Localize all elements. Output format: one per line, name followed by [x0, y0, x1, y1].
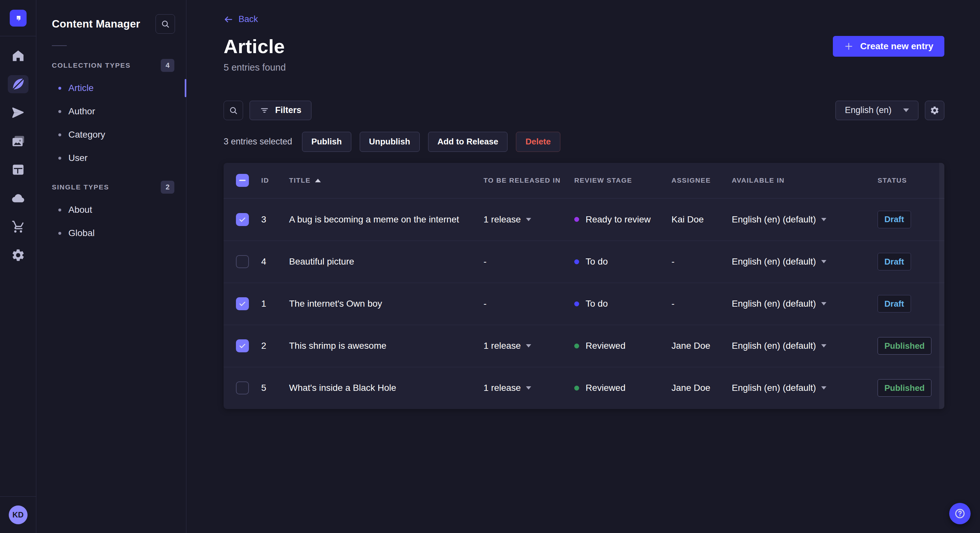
locale-caret	[821, 344, 826, 347]
view-settings-button[interactable]	[925, 101, 944, 120]
sidebar-item-label: About	[68, 205, 92, 215]
row-checkbox[interactable]	[236, 255, 249, 268]
cell-status: Published	[878, 337, 932, 355]
filters-label: Filters	[275, 105, 301, 115]
cell-release[interactable]: 1 release	[484, 341, 574, 351]
table-row[interactable]: 5 What's inside a Black Hole 1 release R…	[224, 367, 944, 409]
column-header-to-be-released-in[interactable]: To be released in	[484, 176, 574, 184]
cell-id: 5	[261, 383, 289, 393]
cell-release[interactable]: -	[484, 257, 574, 267]
row-checkbox[interactable]	[236, 297, 249, 310]
cell-available-in[interactable]: English (en) (default)	[732, 341, 878, 351]
question-mark-icon	[954, 508, 966, 519]
cell-review-stage: To do	[574, 298, 671, 309]
status-badge: Published	[878, 379, 931, 397]
stage-dot	[574, 217, 579, 222]
sidebar-item-user[interactable]: User	[36, 146, 186, 170]
cell-review-stage: Reviewed	[574, 383, 671, 393]
table-row[interactable]: 3 A bug is becoming a meme on the intern…	[224, 198, 944, 241]
sidebar-item-global[interactable]: Global	[36, 222, 186, 245]
locale-select[interactable]: English (en)	[835, 101, 918, 120]
locale-caret	[821, 218, 826, 221]
chevron-down-icon	[903, 108, 909, 112]
stage-dot	[574, 301, 579, 306]
sidebar-item-label: Article	[68, 83, 94, 93]
releases-send-icon[interactable]	[8, 104, 29, 122]
cell-available-in[interactable]: English (en) (default)	[732, 257, 878, 267]
select-all-checkbox[interactable]	[236, 174, 249, 187]
cell-status: Published	[878, 379, 932, 397]
cell-id: 3	[261, 214, 289, 225]
media-library-icon[interactable]	[8, 132, 29, 150]
cell-assignee: -	[671, 298, 732, 309]
cell-assignee: Kai Doe	[671, 214, 732, 225]
row-checkbox[interactable]	[236, 381, 249, 394]
delete-button[interactable]: Delete	[516, 132, 560, 152]
main-content: Back Article Create new entry 5 entries …	[186, 0, 980, 533]
column-header-title[interactable]: Title	[289, 176, 484, 184]
main-nav-rail: KD	[0, 0, 36, 533]
column-header-status[interactable]: Status	[878, 176, 932, 184]
cell-status: Draft	[878, 295, 932, 313]
settings-gear-icon[interactable]	[8, 246, 29, 264]
cell-available-in[interactable]: English (en) (default)	[732, 214, 878, 225]
row-checkbox[interactable]	[236, 213, 249, 226]
bullet-icon	[58, 87, 61, 90]
sidebar-item-category[interactable]: Category	[36, 123, 186, 146]
column-header-assignee[interactable]: Assignee	[671, 176, 732, 184]
bullet-icon	[58, 209, 61, 211]
subnav-title: Content Manager	[52, 18, 140, 30]
content-manager-feather-icon[interactable]	[8, 75, 29, 93]
bullet-icon	[58, 232, 61, 235]
deploy-cloud-icon[interactable]	[8, 189, 29, 207]
table-row[interactable]: 1 The internet's Own boy - To do - Engli…	[224, 283, 944, 325]
create-new-entry-button[interactable]: Create new entry	[833, 36, 944, 57]
cell-review-stage: Ready to review	[574, 214, 671, 225]
gear-icon	[930, 106, 940, 115]
row-checkbox[interactable]	[236, 339, 249, 352]
stage-dot	[574, 385, 579, 390]
rail-icon-list	[8, 47, 29, 497]
user-section: KD	[0, 497, 36, 533]
bullet-icon	[58, 110, 61, 113]
sidebar-item-about[interactable]: About	[36, 198, 186, 222]
bullet-icon	[58, 133, 61, 136]
cell-id: 2	[261, 341, 289, 351]
unpublish-button[interactable]: Unpublish	[360, 132, 420, 152]
help-button[interactable]	[949, 503, 970, 524]
locale-caret	[821, 260, 826, 263]
workspace-logo[interactable]	[0, 0, 36, 36]
cell-id: 1	[261, 298, 289, 309]
cell-available-in[interactable]: English (en) (default)	[732, 298, 878, 309]
cell-release[interactable]: -	[484, 298, 574, 309]
sidebar-item-author[interactable]: Author	[36, 100, 186, 123]
sidebar-item-label: Global	[68, 228, 95, 238]
column-header-review-stage[interactable]: Review stage	[574, 176, 671, 184]
cell-available-in[interactable]: English (en) (default)	[732, 383, 878, 393]
table-row[interactable]: 4 Beautiful picture - To do - English (e…	[224, 241, 944, 283]
content-type-builder-icon[interactable]	[8, 160, 29, 179]
filters-button[interactable]: Filters	[250, 101, 312, 120]
sidebar-item-article[interactable]: Article	[36, 76, 186, 100]
marketplace-cart-icon[interactable]	[8, 217, 29, 236]
home-icon[interactable]	[8, 47, 29, 65]
add-to-release-button[interactable]: Add to Release	[428, 132, 508, 152]
user-avatar[interactable]: KD	[9, 506, 27, 524]
status-badge: Draft	[878, 253, 911, 270]
publish-button[interactable]: Publish	[302, 132, 351, 152]
search-icon	[161, 19, 170, 29]
entries-table: ID Title To be released in Review stage …	[224, 163, 944, 409]
bullet-icon	[58, 157, 61, 160]
content-manager-subnav: Content Manager Collection Types 4 Artic…	[36, 0, 186, 533]
cell-title: This shrimp is awesome	[289, 341, 484, 351]
cell-release[interactable]: 1 release	[484, 214, 574, 225]
back-link[interactable]: Back	[224, 14, 258, 24]
subnav-search-button[interactable]	[156, 14, 175, 34]
check-icon	[238, 342, 247, 350]
search-button[interactable]	[224, 101, 243, 120]
column-header-id[interactable]: ID	[261, 176, 289, 184]
table-row[interactable]: 2 This shrimp is awesome 1 release Revie…	[224, 325, 944, 367]
column-header-available-in[interactable]: Available in	[732, 176, 878, 184]
cell-release[interactable]: 1 release	[484, 383, 574, 393]
cell-title: What's inside a Black Hole	[289, 383, 484, 393]
